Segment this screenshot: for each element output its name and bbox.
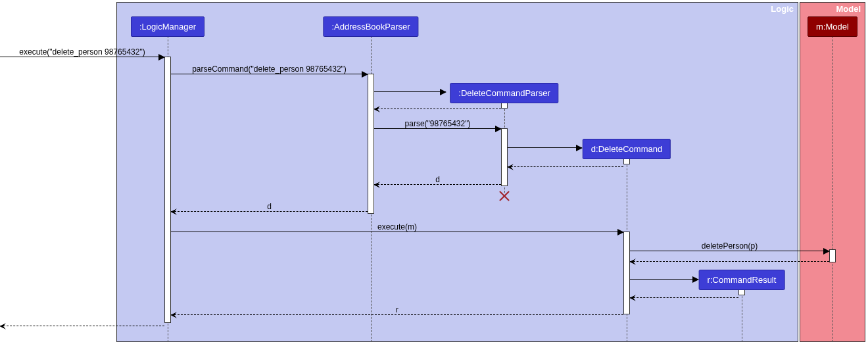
message-arrow-5 bbox=[508, 147, 582, 148]
message-arrow-9 bbox=[171, 232, 623, 232]
arrow-head-4 bbox=[495, 126, 502, 132]
message-arrow-3 bbox=[374, 109, 501, 109]
message-arrow-0 bbox=[0, 57, 164, 57]
activation-0 bbox=[164, 57, 171, 323]
message-arrow-6 bbox=[508, 166, 623, 167]
message-label-14: r bbox=[396, 305, 398, 314]
activation-1 bbox=[368, 74, 374, 214]
destroy-icon bbox=[498, 189, 511, 203]
arrow-head-10 bbox=[823, 248, 830, 255]
message-arrow-12 bbox=[630, 279, 698, 280]
arrow-head-5 bbox=[576, 145, 583, 151]
participant-m: m:Model bbox=[808, 16, 857, 37]
arrow-head-1 bbox=[362, 71, 368, 78]
arrow-head-12 bbox=[692, 276, 699, 283]
message-label-1: parseCommand("delete_person 98765432") bbox=[192, 64, 347, 74]
region-label-model: Model bbox=[836, 4, 861, 14]
participant-cr: r:CommandResult bbox=[699, 270, 785, 290]
participant-abp: :AddressBookParser bbox=[323, 16, 418, 37]
lifeline-m bbox=[832, 36, 833, 342]
activation-5 bbox=[623, 232, 630, 314]
activation-3 bbox=[501, 128, 508, 186]
message-label-4: parse("98765432") bbox=[405, 119, 471, 128]
participant-dcp: :DeleteCommandParser bbox=[450, 83, 558, 103]
message-arrow-13 bbox=[630, 297, 738, 298]
arrow-head-9 bbox=[617, 229, 624, 235]
message-arrow-4 bbox=[374, 128, 501, 129]
message-arrow-1 bbox=[171, 74, 368, 74]
message-label-8: d bbox=[267, 202, 272, 211]
activation-7 bbox=[738, 289, 745, 295]
message-arrow-10 bbox=[630, 251, 829, 251]
arrow-head-0 bbox=[158, 54, 165, 61]
message-arrow-2 bbox=[374, 91, 446, 92]
participant-lm: :LogicManager bbox=[131, 16, 205, 37]
message-arrow-8 bbox=[171, 211, 368, 212]
message-label-9: execute(m) bbox=[377, 222, 417, 232]
region-label-logic: Logic bbox=[771, 4, 794, 14]
message-label-10: deletePerson(p) bbox=[702, 241, 758, 251]
message-label-0: execute("delete_person 98765432") bbox=[19, 47, 145, 57]
message-arrow-15 bbox=[0, 326, 164, 326]
message-arrow-14 bbox=[171, 314, 623, 315]
message-arrow-11 bbox=[630, 261, 829, 262]
activation-6 bbox=[829, 249, 836, 262]
message-arrow-7 bbox=[374, 184, 501, 185]
lifeline-cr bbox=[742, 289, 742, 342]
activation-2 bbox=[501, 103, 508, 109]
activation-4 bbox=[623, 159, 630, 164]
region-logic: Logic bbox=[116, 2, 798, 342]
message-label-7: d bbox=[435, 175, 440, 184]
participant-dc: d:DeleteCommand bbox=[583, 139, 671, 159]
arrow-head-2 bbox=[440, 89, 446, 95]
arrow-head-15 bbox=[0, 323, 6, 330]
